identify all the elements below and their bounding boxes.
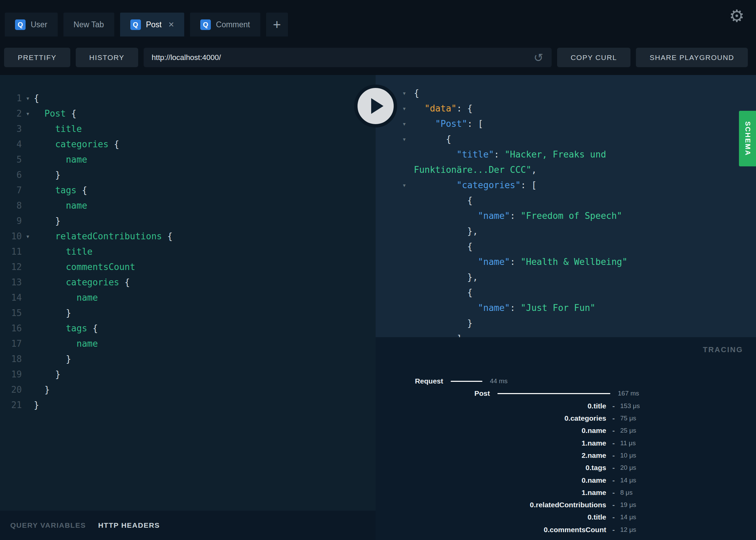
code-text: "categories": [ [414, 180, 537, 190]
endpoint-url-bar[interactable]: http://localhost:4000/ ↺ [144, 48, 552, 67]
trace-row: 0.name-14 μs [376, 474, 756, 486]
code-line: 8 name [0, 198, 376, 213]
close-tab-icon[interactable]: × [169, 20, 174, 29]
new-tab-button[interactable]: + [266, 13, 288, 36]
query-badge: Q [200, 19, 211, 30]
url-input[interactable]: http://localhost:4000/ [152, 53, 534, 62]
code-line: { [376, 285, 746, 300]
code-line: 21} [0, 397, 376, 412]
trace-dash: - [612, 513, 615, 521]
fold-arrow-icon[interactable]: ▾ [22, 109, 34, 118]
code-text: name [34, 154, 87, 165]
code-line: 10▾ relatedContributions { [0, 228, 376, 244]
code-line: 7 tags { [0, 182, 376, 198]
line-number: 6 [0, 170, 22, 180]
line-number: 20 [0, 385, 22, 395]
code-text: title [34, 124, 82, 134]
code-line: 3 title [0, 121, 376, 136]
code-text: } [414, 318, 472, 328]
query-editor-pane[interactable]: 1▾{2▾ Post {3 title4 categories {5 name6… [0, 75, 376, 540]
trace-row: 1.name-11 μs [376, 437, 756, 449]
code-text: "data": { [414, 103, 472, 114]
tab-label: Post [146, 20, 162, 29]
query-code[interactable]: 1▾{2▾ Post {3 title4 categories {5 name6… [0, 90, 376, 412]
code-text: commentsCount [34, 262, 135, 272]
line-number: 18 [0, 354, 22, 364]
code-text: { [414, 241, 472, 252]
trace-label: 0.commentsCount [376, 526, 606, 534]
code-text: { [414, 195, 472, 206]
trace-dash: - [612, 451, 615, 460]
schema-side-tab[interactable]: SCHEMA [739, 111, 756, 166]
code-text: name [34, 292, 98, 303]
trace-row: 2.name-10 μs [376, 449, 756, 462]
fold-arrow-icon[interactable]: ▾ [402, 120, 414, 128]
tab-user[interactable]: QUser [5, 13, 58, 36]
http-headers-tab[interactable]: HTTP HEADERS [98, 521, 160, 529]
trace-label: 1.name [376, 489, 606, 497]
line-number: 10 [0, 231, 22, 241]
query-badge: Q [15, 19, 26, 30]
fold-arrow-icon[interactable]: ▾ [402, 135, 414, 143]
reload-icon[interactable]: ↺ [534, 52, 543, 63]
line-number: 12 [0, 262, 22, 272]
trace-dash: - [612, 476, 615, 484]
trace-label: Post [376, 389, 490, 397]
share-playground-button[interactable]: SHARE PLAYGROUND [636, 48, 748, 67]
code-line: }, [376, 223, 746, 239]
code-line: 1▾{ [0, 90, 376, 106]
trace-duration-bar [497, 393, 610, 394]
code-line: 20 } [0, 382, 376, 397]
code-line: ▾ "data": { [376, 101, 746, 116]
trace-dash: - [612, 464, 615, 472]
tab-new-tab[interactable]: New Tab [63, 13, 114, 36]
fold-arrow-icon[interactable]: ▾ [22, 232, 34, 240]
trace-duration-bar [451, 381, 482, 382]
line-number: 16 [0, 323, 22, 333]
code-line: 6 } [0, 167, 376, 182]
tab-comment[interactable]: QComment [190, 13, 260, 36]
code-line: }, [376, 269, 746, 285]
code-text: categories { [34, 277, 130, 287]
line-number: 13 [0, 277, 22, 287]
fold-arrow-icon[interactable]: ▾ [402, 104, 414, 112]
editor-footer: QUERY VARIABLES HTTP HEADERS [0, 511, 376, 540]
line-number: 8 [0, 200, 22, 211]
prettify-button[interactable]: PRETTIFY [4, 48, 70, 67]
line-number: 4 [0, 139, 22, 149]
code-text: } [34, 385, 50, 395]
code-text: } [34, 369, 60, 379]
trace-row: 0.name-25 μs [376, 424, 756, 437]
tab-post[interactable]: QPost× [120, 13, 184, 36]
execute-query-button[interactable] [354, 85, 397, 127]
code-text: }, [414, 226, 478, 236]
code-line: ▾{ [376, 85, 746, 101]
code-line: 19 } [0, 366, 376, 382]
trace-time: 10 μs [620, 452, 636, 459]
code-text: categories { [34, 139, 119, 149]
query-variables-tab[interactable]: QUERY VARIABLES [10, 521, 86, 529]
code-text: } [34, 216, 60, 226]
copy-curl-button[interactable]: COPY CURL [557, 48, 631, 67]
trace-label: 0.name [376, 426, 606, 435]
code-text: }, [414, 272, 478, 282]
code-text: Funktionäre...Der CCC", [414, 165, 537, 175]
fold-arrow-icon[interactable]: ▾ [22, 94, 34, 102]
trace-dash: - [612, 414, 615, 422]
line-number: 15 [0, 308, 22, 318]
code-line: 9 } [0, 213, 376, 228]
trace-label: 0.title [376, 513, 606, 521]
trace-label: 0.tags [376, 464, 606, 472]
fold-arrow-icon[interactable]: ▾ [402, 89, 414, 97]
code-line: { [376, 193, 746, 208]
trace-time: 167 ms [618, 390, 639, 397]
history-button[interactable]: HISTORY [76, 48, 138, 67]
fold-arrow-icon[interactable]: ▾ [402, 181, 414, 189]
trace-row: 0.tags-20 μs [376, 462, 756, 474]
code-line: ▾ "categories": [ [376, 177, 746, 193]
code-line: 15 } [0, 305, 376, 320]
settings-gear-icon[interactable]: ⚙ [729, 7, 744, 25]
trace-label: 0.name [376, 476, 606, 484]
trace-label: Request [376, 377, 443, 385]
trace-row: Post167 ms [376, 387, 756, 400]
